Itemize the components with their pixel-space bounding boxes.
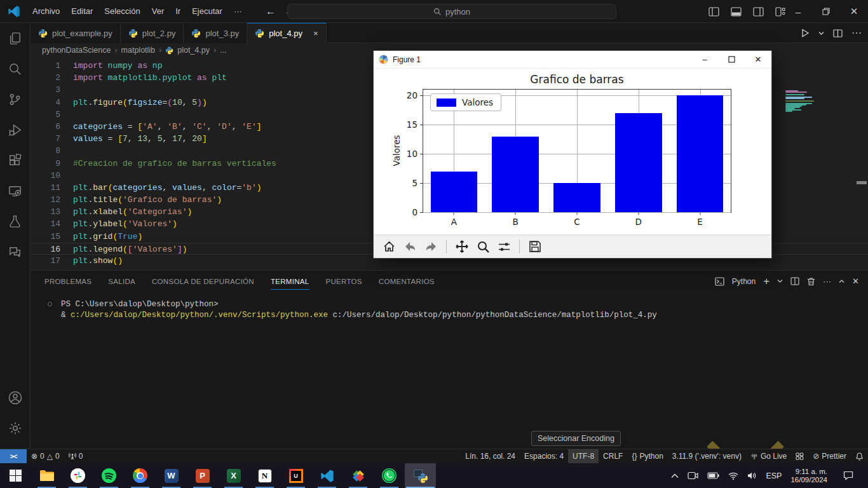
window-minimize-button[interactable]: – xyxy=(784,0,812,23)
toggle-sidebar-icon[interactable] xyxy=(709,7,719,17)
panel-tab-puertos[interactable]: PUERTOS xyxy=(326,273,362,290)
tray-chevron-up-icon[interactable] xyxy=(671,473,679,478)
action-center-button[interactable] xyxy=(836,463,860,488)
comments-icon[interactable] xyxy=(0,236,31,267)
language-mode-status[interactable]: {}Python xyxy=(627,449,667,463)
breadcrumb-folder[interactable]: pythonDataScience xyxy=(42,46,111,55)
menu-ejecutar[interactable]: Ejecutar xyxy=(186,0,228,22)
taskbar-file-explorer[interactable] xyxy=(31,463,62,488)
configure-subplots-icon[interactable] xyxy=(496,239,512,254)
run-debug-icon[interactable] xyxy=(0,114,31,145)
menu-more[interactable]: ··· xyxy=(228,0,248,22)
remote-indicator-button[interactable]: >< xyxy=(0,449,27,464)
taskbar-spotify[interactable] xyxy=(93,463,125,488)
command-decoration-icon[interactable] xyxy=(48,302,52,306)
matplotlib-figure-window[interactable]: Figure 1 – ✕ Grafico de barras Valores V… xyxy=(374,51,771,258)
save-icon[interactable] xyxy=(527,239,543,254)
panel-tab-terminal[interactable]: TERMINAL xyxy=(271,273,309,290)
wifi-icon[interactable] xyxy=(728,472,738,480)
kill-terminal-trash-icon[interactable] xyxy=(807,277,815,286)
settings-gear-icon[interactable] xyxy=(0,413,31,444)
forward-icon[interactable] xyxy=(423,239,438,254)
run-dropdown-chevron-icon[interactable] xyxy=(818,31,824,36)
window-close-button[interactable]: ✕ xyxy=(840,0,868,23)
taskbar-excel[interactable]: X xyxy=(218,463,249,488)
tray-clock[interactable]: 9:11 a. m. 16/09/2024 xyxy=(790,468,827,484)
breadcrumb-symbol[interactable]: ... xyxy=(220,46,226,55)
terminal-dropdown-chevron-icon[interactable] xyxy=(777,279,783,283)
cursor-position-status[interactable]: Lín. 16, col. 24 xyxy=(461,449,520,463)
taskbar-matplotlib-figure[interactable] xyxy=(405,463,436,488)
panel-tab-comentarios[interactable]: COMENTARIOS xyxy=(379,273,435,290)
figure-close-button[interactable]: ✕ xyxy=(745,51,771,69)
split-terminal-icon[interactable] xyxy=(790,277,799,285)
minimap[interactable] xyxy=(785,90,816,112)
toggle-secondary-sidebar-icon[interactable] xyxy=(753,7,764,17)
panel-tab-salida[interactable]: SALIDA xyxy=(108,273,135,290)
home-icon[interactable] xyxy=(381,239,397,254)
panel-tab-problemas[interactable]: PROBLEMAS xyxy=(44,273,92,290)
zoom-rect-icon[interactable] xyxy=(475,239,491,254)
taskbar-whatsapp[interactable] xyxy=(374,463,405,488)
figure-titlebar[interactable]: Figure 1 – ✕ xyxy=(374,51,771,69)
pan-icon[interactable] xyxy=(454,239,470,254)
close-panel-icon[interactable]: ✕ xyxy=(852,276,859,286)
figure-maximize-button[interactable] xyxy=(718,51,745,69)
back-icon[interactable] xyxy=(402,239,417,254)
extension-grid-status[interactable] xyxy=(791,449,808,463)
extensions-icon[interactable] xyxy=(0,145,31,175)
tab-plot-4-active[interactable]: plot_4.py × xyxy=(247,23,326,43)
menu-seleccion[interactable]: Selección xyxy=(98,0,146,22)
editor-more-actions-icon[interactable]: ··· xyxy=(851,27,862,39)
split-editor-icon[interactable] xyxy=(833,29,843,37)
indentation-status[interactable]: Espacios: 4 xyxy=(520,449,568,463)
overview-ruler-marker[interactable] xyxy=(857,181,867,184)
taskbar-slack[interactable] xyxy=(62,463,93,488)
panel-more-actions-icon[interactable]: ··· xyxy=(823,276,831,286)
eol-status[interactable]: CRLF xyxy=(599,449,627,463)
search-sidebar-icon[interactable] xyxy=(0,53,31,84)
notifications-bell[interactable] xyxy=(851,449,868,463)
taskbar-word[interactable]: W xyxy=(156,463,187,488)
ports-status[interactable]: 0 xyxy=(64,449,88,463)
tab-close-icon[interactable]: × xyxy=(313,29,318,38)
panel-tab-consola[interactable]: CONSOLA DE DEPURACIÓN xyxy=(152,273,254,290)
go-live-status[interactable]: Go Live xyxy=(746,449,791,463)
toggle-panel-icon[interactable] xyxy=(731,7,742,17)
taskbar-jetbrains-ide[interactable]: U xyxy=(280,463,311,488)
python-interpreter-status[interactable]: 3.11.9 ('.venv': venv) xyxy=(668,449,746,463)
explorer-icon[interactable] xyxy=(0,23,31,53)
taskbar-vscode[interactable] xyxy=(311,463,342,488)
taskbar-chrome[interactable] xyxy=(125,463,156,488)
tab-plot-example[interactable]: plot_example.py xyxy=(31,23,121,43)
tab-plot-3[interactable]: plot_3.py xyxy=(184,23,247,43)
remote-explorer-icon[interactable] xyxy=(0,175,31,206)
source-control-icon[interactable] xyxy=(0,84,31,114)
account-icon[interactable] xyxy=(0,383,31,413)
window-restore-button[interactable] xyxy=(812,0,840,23)
figure-minimize-button[interactable]: – xyxy=(691,51,718,69)
meet-now-camera-icon[interactable] xyxy=(688,471,698,480)
start-button[interactable] xyxy=(0,463,31,488)
problems-status[interactable]: ⊗0 △0 xyxy=(27,449,64,463)
taskbar-powerpoint[interactable]: P xyxy=(187,463,218,488)
prettier-status[interactable]: ⊘Prettier xyxy=(808,449,851,463)
encoding-status[interactable]: UTF-8 xyxy=(568,449,599,463)
command-center-search[interactable]: python xyxy=(287,4,616,19)
testing-icon[interactable] xyxy=(0,206,31,236)
run-python-file-icon[interactable] xyxy=(801,29,810,37)
taskbar-diamond-app[interactable] xyxy=(342,463,374,488)
menu-ir[interactable]: Ir xyxy=(170,0,186,22)
menu-editar[interactable]: Editar xyxy=(65,0,98,22)
menu-archivo[interactable]: Archivo xyxy=(27,0,65,22)
battery-icon[interactable] xyxy=(707,472,719,479)
terminal-output[interactable]: PS C:\Users\dalop\Desktop\python> & c:/U… xyxy=(31,292,868,321)
breadcrumb-file[interactable]: plot_4.py xyxy=(177,46,210,55)
menu-ver[interactable]: Ver xyxy=(146,0,170,22)
speaker-icon[interactable] xyxy=(747,471,757,480)
tab-plot-2[interactable]: plot_2.py xyxy=(121,23,184,43)
new-terminal-icon[interactable]: + xyxy=(763,275,770,288)
language-indicator[interactable]: ESP xyxy=(766,471,782,480)
breadcrumb-folder[interactable]: matplotlib xyxy=(121,46,156,55)
maximize-panel-chevron-icon[interactable] xyxy=(839,279,844,283)
